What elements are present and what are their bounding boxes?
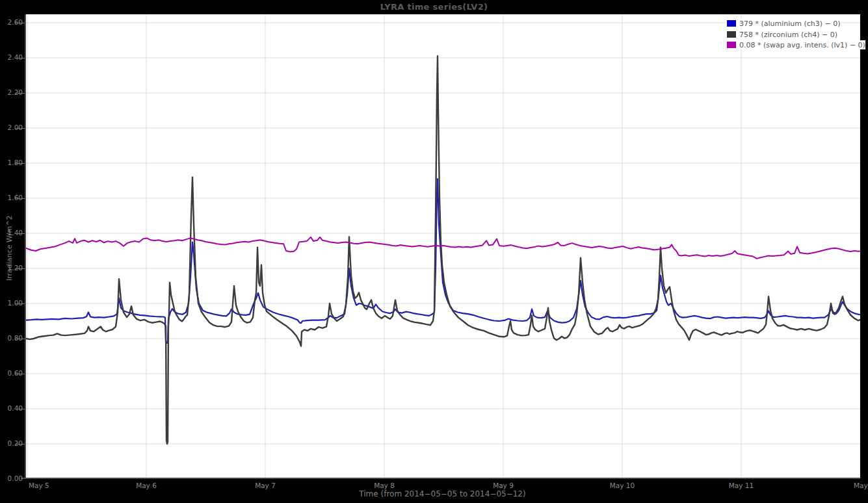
y-tick-label: 2.00	[1, 123, 23, 131]
aluminium-series-swatch-icon	[727, 20, 736, 27]
x-tick-label: May 6	[127, 482, 166, 489]
swap-series-swatch-icon	[727, 42, 736, 48]
chart-svg[interactable]	[26, 14, 860, 478]
y-tick-label: 2.40	[1, 53, 23, 61]
y-tick-mark	[15, 303, 25, 304]
x-tick-label: May 5	[29, 482, 49, 489]
y-tick-label: 0.40	[1, 404, 23, 412]
legend-label: 379 * (aluminium (ch3) − 0)	[739, 19, 841, 28]
legend-item-zirconium: 758 * (zirconium (ch4) − 0)	[726, 30, 837, 39]
y-tick-mark	[15, 409, 25, 409]
series-line-0	[26, 179, 860, 343]
y-tick-label: 1.00	[1, 299, 23, 307]
y-tick-mark	[15, 339, 25, 339]
x-axis-title: Time (from 2014−05−05 to 2014−05−12)	[25, 489, 860, 498]
y-tick-mark	[15, 374, 25, 374]
y-tick-mark	[15, 233, 25, 234]
y-tick-mark	[15, 128, 25, 129]
legend-label: 0.08 * (swap avg. intens. (lv1) − 0)	[739, 41, 865, 49]
x-tick-label: May 11	[722, 482, 761, 489]
y-tick-mark	[15, 93, 25, 94]
legend-label: 758 * (zirconium (ch4) − 0)	[739, 31, 837, 39]
y-tick-mark	[15, 268, 25, 269]
y-tick-mark	[15, 23, 25, 23]
x-tick-label: May 9	[484, 482, 523, 489]
plot-area[interactable]	[25, 14, 860, 479]
x-tick-label: May 10	[603, 482, 642, 489]
legend-item-swap: 0.08 * (swap avg. intens. (lv1) − 0)	[726, 40, 865, 49]
legend-item-aluminium: 379 * (aluminium (ch3) − 0)	[726, 19, 841, 28]
x-tick-label: May 8	[365, 482, 404, 489]
y-tick-label: 0.60	[1, 369, 23, 377]
y-tick-label: 2.20	[1, 88, 23, 96]
x-tick-label: May	[854, 482, 868, 489]
y-tick-mark	[15, 444, 25, 445]
series-line-2	[26, 237, 860, 259]
y-tick-mark	[15, 163, 25, 164]
y-tick-label: 0.00	[1, 474, 23, 482]
y-tick-mark	[15, 58, 25, 58]
y-tick-label: 0.20	[1, 439, 23, 447]
zirconium-series-swatch-icon	[727, 31, 736, 38]
chart-title: LYRA time series(LV2)	[0, 2, 868, 12]
y-tick-label: 1.60	[1, 194, 23, 201]
y-tick-label: 1.80	[1, 159, 23, 166]
y-axis-title: Irradiance W/m^2	[5, 216, 14, 281]
x-tick-label: May 7	[246, 482, 285, 489]
y-tick-label: 0.80	[1, 334, 23, 342]
series-line-1	[26, 56, 860, 444]
y-tick-mark	[15, 198, 25, 199]
y-tick-label: 2.60	[1, 18, 23, 26]
